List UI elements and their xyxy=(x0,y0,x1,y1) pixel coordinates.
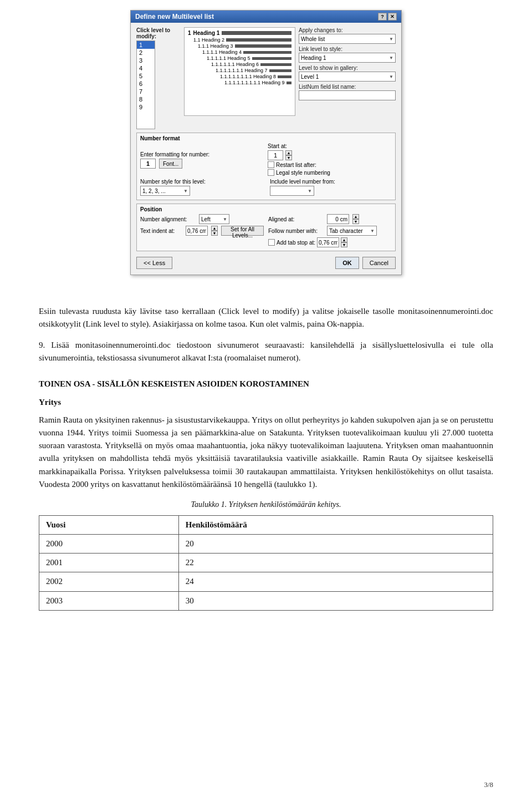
less-button[interactable]: << Less xyxy=(136,257,172,269)
level-item-6[interactable]: 6 xyxy=(137,80,155,88)
level-item-4[interactable]: 4 xyxy=(137,64,155,72)
table-caption: Taulukko 1. Yrityksen henkilöstömäärän k… xyxy=(39,499,493,511)
style-label: Number style for this level: xyxy=(140,179,262,185)
text-indent-label: Text indent at: xyxy=(140,228,182,234)
number-format-title: Number format xyxy=(140,135,392,141)
level-item-8[interactable]: 8 xyxy=(137,95,155,103)
position-title: Position xyxy=(140,206,392,212)
level-item-1[interactable]: 1 xyxy=(137,41,155,49)
apply-changes-label: Apply changes to: xyxy=(299,27,396,33)
legal-style-label: Legal style numbering xyxy=(276,170,330,176)
font-button[interactable]: Font... xyxy=(159,159,182,169)
level-gallery-label: Level to show in gallery: xyxy=(299,65,396,71)
aligned-at-input[interactable] xyxy=(327,214,349,224)
define-multilevel-dialog: Define new Multilevel list ? ✕ Click lev… xyxy=(130,10,402,275)
style-dropdown[interactable]: 1, 2, 3, ... ▼ xyxy=(140,186,190,196)
style-value: 1, 2, 3, ... xyxy=(142,188,166,194)
page-container: Define new Multilevel list ? ✕ Click lev… xyxy=(0,0,532,797)
table-row: 2001 22 xyxy=(39,554,493,572)
ok-button[interactable]: OK xyxy=(335,257,359,269)
aligned-at-up-button[interactable]: ▲ xyxy=(352,214,359,219)
cancel-button[interactable]: Cancel xyxy=(362,257,396,269)
listnum-label: ListNum field list name: xyxy=(299,84,396,90)
preview-heading-3: 1.1.1 Heading 3 xyxy=(198,43,233,49)
table-row: 2003 30 xyxy=(39,591,493,610)
table-cell-year-4: 2003 xyxy=(39,591,179,610)
level-gallery-value: Level 1 xyxy=(301,74,319,80)
preview-heading-7: 1.1.1.1.1.1.1 Heading 7 xyxy=(216,68,268,73)
add-tab-checkbox[interactable] xyxy=(268,239,275,246)
number-format-section: Number format Enter formatting for numbe… xyxy=(136,133,396,200)
start-at-col: Start at: ▲ ▼ Restart list after: xyxy=(268,143,392,177)
link-level-row: Link level to style: Heading 1 ▼ xyxy=(299,46,396,63)
position-columns: Number alignment: Left ▼ Text indent at: xyxy=(140,214,392,248)
start-at-label: Start at: xyxy=(268,143,392,149)
text-indent-down-button[interactable]: ▼ xyxy=(211,231,218,236)
dialog-titlebar: Define new Multilevel list ? ✕ xyxy=(131,11,401,23)
table-cell-count-4: 30 xyxy=(178,591,493,610)
dialog-close-button[interactable]: ✕ xyxy=(388,13,397,21)
level-item-7[interactable]: 7 xyxy=(137,88,155,95)
table-cell-year-1: 2000 xyxy=(39,534,179,553)
preview-heading-1-label: Heading 1 xyxy=(193,30,220,36)
table-cell-year-2: 2001 xyxy=(39,554,179,572)
link-level-label: Link level to style: xyxy=(299,46,396,52)
legal-style-checkbox[interactable] xyxy=(268,169,274,176)
set-all-button[interactable]: Set for All Levels... xyxy=(221,226,264,236)
table-cell-year-3: 2002 xyxy=(39,572,179,591)
position-right-col: Aligned at: ▲ ▼ Follow number with: xyxy=(268,214,392,248)
paragraph-1: Esiin tulevasta ruudusta käy lävitse tas… xyxy=(39,305,493,331)
aligned-at-down-button[interactable]: ▼ xyxy=(352,219,359,224)
page-number: 3/8 xyxy=(484,780,493,789)
data-table: Vuosi Henkilöstömäärä 2000 20 2001 22 20… xyxy=(39,515,493,611)
dialog-screenshot-area: Define new Multilevel list ? ✕ Click lev… xyxy=(0,0,532,288)
level-gallery-arrow-icon: ▼ xyxy=(389,74,393,79)
table-header-vuosi: Vuosi xyxy=(39,515,179,534)
restart-checkbox[interactable] xyxy=(268,161,274,168)
paragraph-2: 9. Lisää monitasoinennumerointi.doc tied… xyxy=(39,339,493,365)
listnum-input[interactable] xyxy=(299,90,396,100)
level-item-2[interactable]: 2 xyxy=(137,49,155,57)
add-tab-input[interactable] xyxy=(317,237,339,247)
ok-cancel-buttons: OK Cancel xyxy=(335,257,396,269)
preview-heading-5: 1.1.1.1.1 Heading 5 xyxy=(207,55,250,61)
preview-heading-8: 1.1.1.1.1.1.1.1 Heading 8 xyxy=(220,74,276,79)
alignment-arrow-icon: ▼ xyxy=(223,217,227,222)
right-panel: Apply changes to: Whole list ▼ Link leve… xyxy=(299,27,396,129)
link-level-dropdown[interactable]: Heading 1 ▼ xyxy=(299,53,396,63)
include-col: Include level number from: ▼ xyxy=(270,179,392,196)
text-indent-up-button[interactable]: ▲ xyxy=(211,226,218,231)
style-arrow-icon: ▼ xyxy=(183,189,188,194)
start-at-up-button[interactable]: ▲ xyxy=(285,150,292,155)
level-list[interactable]: 1 2 3 4 5 6 7 8 9 xyxy=(136,40,155,129)
level-item-9[interactable]: 9 xyxy=(137,103,155,111)
start-at-spinners: ▲ ▼ xyxy=(285,150,292,160)
start-at-input[interactable] xyxy=(268,150,283,160)
follow-number-dropdown[interactable]: Tab character ▼ xyxy=(327,226,377,236)
start-at-down-button[interactable]: ▼ xyxy=(285,155,292,160)
level-item-3[interactable]: 3 xyxy=(137,57,155,64)
include-label: Include level number from: xyxy=(270,179,392,185)
restart-row: Restart list after: xyxy=(268,161,392,168)
level-item-5[interactable]: 5 xyxy=(137,72,155,80)
preview-heading-4: 1.1.1.1 Heading 4 xyxy=(202,49,242,55)
level-list-section: Click level to modify: 1 2 3 4 5 6 7 8 9 xyxy=(136,27,181,129)
follow-number-label: Follow number with: xyxy=(268,228,324,234)
follow-number-arrow-icon: ▼ xyxy=(370,229,375,233)
restart-label: Restart list after: xyxy=(276,162,316,168)
alignment-dropdown[interactable]: Left ▼ xyxy=(199,214,229,224)
dialog-help-button[interactable]: ? xyxy=(378,13,387,21)
formatting-input[interactable]: 1 xyxy=(140,159,156,169)
apply-changes-dropdown[interactable]: Whole list ▼ xyxy=(299,34,396,44)
add-tab-spinners: ▲ ▼ xyxy=(341,237,347,247)
dialog-title: Define new Multilevel list xyxy=(135,13,214,21)
table-body: 2000 20 2001 22 2002 24 2003 30 xyxy=(39,534,493,610)
add-tab-up-button[interactable]: ▲ xyxy=(341,237,347,242)
text-indent-input[interactable] xyxy=(186,226,208,236)
include-dropdown[interactable]: ▼ xyxy=(270,186,314,196)
content-area: Esiin tulevasta ruudusta käy lävitse tas… xyxy=(0,288,532,627)
add-tab-down-button[interactable]: ▼ xyxy=(341,242,347,247)
add-tab-label: Add tab stop at: xyxy=(277,240,315,246)
aligned-at-label: Aligned at: xyxy=(268,216,324,222)
level-gallery-dropdown[interactable]: Level 1 ▼ xyxy=(299,72,396,82)
